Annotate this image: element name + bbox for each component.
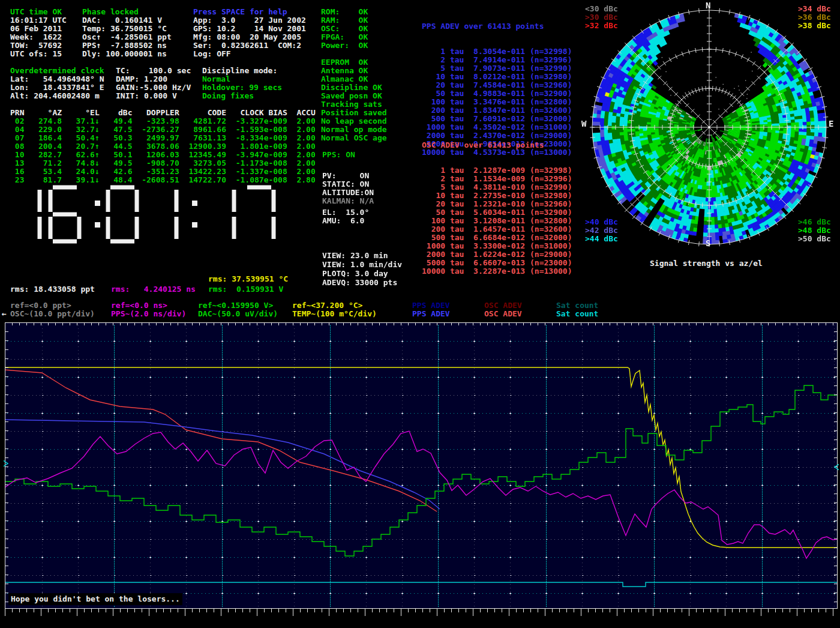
text-line: OSC: OK (321, 25, 368, 33)
plot-message: Hope you didn't bet on the losers... (8, 593, 182, 605)
text-line: TOW: 57692 (10, 41, 67, 50)
text-line: Antenna OK (321, 67, 387, 75)
polar-caption: Signal strength vs az/el (650, 259, 763, 268)
text-line: Week: 1622 (10, 33, 67, 41)
text-line: ALTITUDE:ON (322, 189, 374, 197)
text-line: 16:01:17 UTC (10, 16, 67, 25)
osc-adev-row: 20 tau 1.2321e-010 (n=32960) (422, 200, 572, 208)
sat-table-row: 23 81.7 39.1↓ 48.4 -2608.51 14722.70 -1.… (10, 176, 316, 184)
text-line: PLOTQ: 3.0 day (322, 269, 402, 278)
dbc-legend-top-left: <30 dBc>30 dBc>32 dBc (585, 5, 618, 30)
lady-heather-screen: { "colors": { "green":"#00d400","white":… (0, 0, 840, 628)
text-line: >36 dBc (798, 13, 831, 22)
osc-adev-row: 1000 tau 3.3300e-012 (n=31000) (422, 242, 572, 250)
pps-adev-legend: PPS ADEV (412, 310, 450, 318)
text-line: Position saved (321, 109, 387, 117)
receiver-status-panel: ROM: OKRAM: OKOSC: OKFPGA: OKPower: OK (321, 8, 368, 50)
text-line: >38 dBc (798, 22, 831, 30)
text-line: VIEW: 1.0 min/div (322, 260, 402, 269)
discipline-panel: Discipline mode:NormalHoldover: 99 secsD… (202, 67, 282, 100)
text-line: >42 dBc (585, 226, 618, 235)
pps-adev-row: 2 tau 7.4914e-011 (n=32996) (422, 56, 572, 64)
text-line: Power: OK (321, 41, 368, 50)
text-line: Lat: 54.4964948° N (10, 75, 104, 83)
loop-params-panel: TC: 100.0 secDAMP: 1.200GAIN:-5.000 Hz/V… (116, 67, 191, 100)
rms-dac: rms: 0.159931 V (208, 285, 283, 294)
osc-adev-row: 200 tau 1.6457e-011 (n=32600) (422, 225, 572, 234)
text-line: >44 dBc (585, 235, 618, 243)
temp-ref: ref~<37.200 °C> (292, 301, 362, 310)
osc-adev-legend: OSC ADEV (484, 310, 522, 318)
text-line: App: 3.0 27 Jun 2002 (193, 16, 306, 25)
sat-table-row: 07 186.4 50.4↑ 50.3 2499.97 7631.13 -8.3… (10, 134, 316, 142)
pps-adev-row: 10 tau 8.0212e-011 (n=32980) (422, 73, 572, 81)
text-line: <30 dBc (585, 5, 618, 13)
seven-segment-clock (8, 184, 308, 246)
sat-table-row: 02 274.8 37.1↓ 49.4 -323.98 4281.72 -3.3… (10, 117, 316, 125)
text-line: GPS: 10.2 14 Nov 2001 (193, 25, 306, 33)
pps-state-panel: PPS: ON (322, 151, 355, 159)
rms-temp: rms: 37.539951 °C (208, 275, 288, 283)
text-line: INIT: 0.000 V (116, 92, 191, 100)
receiver-mode-panel: PV: ONSTATIC: ONALTITUDE:ONKALMAN: N/A (322, 172, 374, 205)
text-line: Alt: 204.46002480 m (10, 92, 104, 100)
text-line: Ser: 0.82362611 COM:2 (193, 41, 306, 50)
oscillator-panel: Phase lockedDAC: 0.160141 VTemp: 36.7500… (82, 8, 172, 58)
text-line: UTC ofs: 15 (10, 50, 67, 58)
text-line: PPS: ON (322, 151, 355, 159)
text-line: Holdover: 99 secs (202, 83, 282, 92)
pps-adev-legend-dim: PPS ADEV (412, 301, 450, 310)
rms-pps: rms: 4.240125 ns (111, 285, 196, 294)
text-line: UTC time OK (10, 8, 67, 16)
text-line: KALMAN: N/A (322, 197, 374, 205)
text-line: STATIC: ON (322, 180, 374, 189)
text-line: AMU: 6.0 (322, 217, 369, 225)
text-line: Normal OSC age (321, 134, 387, 142)
pps-adev-row: 500 tau 7.6091e-012 (n=32000) (422, 115, 572, 123)
compass-east-label: E (829, 119, 833, 128)
selected-trace-arrow-icon: ← (2, 310, 7, 318)
text-line: No leap second (321, 117, 387, 125)
strip-chart-plot[interactable] (4, 321, 839, 624)
sat-table-row: 04 229.0 32.7↓ 47.5 -2736.27 8961.66 -1.… (10, 125, 316, 134)
text-line: 06 Feb 2011 (10, 25, 67, 33)
text-line: ADEVQ: 33000 pts (322, 278, 402, 287)
osc-adev-row: 10 tau 2.2735e-010 (n=32980) (422, 192, 572, 200)
text-line: Overdetermined clock (10, 67, 104, 75)
text-line: Lon: 18.4337841° E (10, 83, 104, 92)
pps-adev-row: 200 tau 1.8347e-011 (n=32600) (422, 106, 572, 115)
sat-table-row: 13 71.2 74.8↓ 49.5 -908.70 3273.05 -1.17… (10, 159, 316, 168)
osc-adev-row: 5000 tau 6.6607e-013 (n=23000) (422, 259, 572, 267)
text-line: Osc↑ -4.285061 ppt (82, 33, 172, 41)
text-line: GAIN:-5.000 Hz/V (116, 83, 191, 92)
text-line: EEPROM OK (321, 58, 387, 67)
text-line: Press SPACE for help (193, 8, 306, 16)
osc-adev-row: 50 tau 5.6034e-011 (n=32900) (422, 208, 572, 217)
text-line: >40 dBc (585, 218, 618, 226)
osc-adev-row: 5 tau 4.3811e-010 (n=32990) (422, 183, 572, 192)
help-version-panel: Press SPACE for helpApp: 3.0 27 Jun 2002… (193, 8, 306, 58)
osc-scale: OSC~(10.0 ppt/div) (10, 310, 95, 318)
pps-adev-row: 20 tau 7.4584e-011 (n=32960) (422, 81, 572, 89)
osc-adev-row: 2000 tau 1.6224e-012 (n=29000) (422, 250, 572, 259)
sat-count-legend-dim: Sat count (556, 301, 598, 310)
polar-signal-plot (578, 0, 840, 255)
text-line: Log: OFF (193, 50, 306, 58)
text-line: >46 dBc (798, 218, 831, 226)
text-line: FPGA: OK (321, 33, 368, 41)
compass-west-label: W (581, 119, 586, 128)
osc-adev-row: 100 tau 3.1208e-011 (n=32800) (422, 217, 572, 225)
pps-adev-row: 5 tau 7.9073e-011 (n=32990) (422, 64, 572, 73)
pps-scale: PPS~(2.0 ns/div) (111, 310, 186, 318)
sat-table-row: 10 282.7 62.6↑ 50.1 1206.03 12345.49 -3.… (10, 151, 316, 159)
view-settings-panel: VIEW: 23.0 minVIEW: 1.0 min/divPLOTQ: 3.… (322, 251, 402, 287)
text-line: PPS↑ -7.888502 ns (82, 41, 172, 50)
text-line: Normal (202, 75, 282, 83)
text-line: Almanac OK (321, 75, 387, 83)
text-line: DAC: 0.160141 V (82, 16, 172, 25)
text-line: Discipline OK (321, 83, 387, 92)
pps-adev-row: 100 tau 3.3476e-011 (n=32800) (422, 98, 572, 106)
osc-adev-row: 2 tau 1.1534e-009 (n=32996) (422, 175, 572, 183)
gps-status-panel: EEPROM OKAntenna OKAlmanac OKDiscipline … (321, 58, 387, 142)
text-line: VIEW: 23.0 min (322, 251, 402, 260)
